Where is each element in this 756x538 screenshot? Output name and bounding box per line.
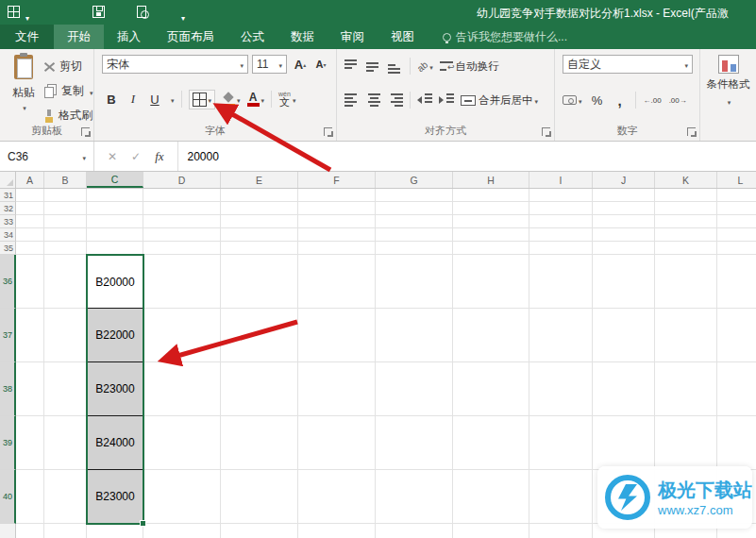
cell-L36[interactable] <box>717 255 756 309</box>
accounting-format-button[interactable] <box>563 91 582 109</box>
decrease-font-size-button[interactable]: A <box>313 55 328 74</box>
cell-K31[interactable] <box>655 189 717 202</box>
cell-G33[interactable] <box>376 215 453 228</box>
italic-button[interactable]: I <box>126 90 141 109</box>
cell-I40[interactable] <box>529 470 593 524</box>
cell-H32[interactable] <box>453 202 529 215</box>
cell-F32[interactable] <box>298 202 376 215</box>
cell-J34[interactable] <box>593 228 655 242</box>
cell-G38[interactable] <box>376 362 453 416</box>
cell-I36[interactable] <box>529 255 593 309</box>
cell-F39[interactable] <box>298 416 376 470</box>
print-preview-icon[interactable] <box>137 6 146 18</box>
cell-F40[interactable] <box>298 470 376 524</box>
cell-G36[interactable] <box>376 255 453 309</box>
cell-D35[interactable] <box>143 242 221 255</box>
cell-F33[interactable] <box>298 215 376 228</box>
cell-C37[interactable]: B22000 <box>87 309 143 362</box>
column-header-H[interactable]: H <box>453 172 529 188</box>
column-header-K[interactable]: K <box>655 172 717 188</box>
cell-K32[interactable] <box>655 202 717 215</box>
cell-K38[interactable] <box>655 362 717 416</box>
column-header-C[interactable]: C <box>87 172 143 188</box>
save-icon[interactable] <box>92 6 105 18</box>
insert-function-button[interactable]: fx <box>155 149 163 164</box>
cell-A33[interactable] <box>16 215 44 228</box>
cell-I33[interactable] <box>529 215 593 228</box>
cell-G34[interactable] <box>376 228 453 242</box>
chevron-down-icon[interactable] <box>207 93 212 105</box>
column-header-I[interactable]: I <box>529 172 593 188</box>
cell-F36[interactable] <box>298 255 376 309</box>
cell-E41[interactable] <box>221 524 298 538</box>
cell-E38[interactable] <box>221 362 298 416</box>
row-header-31[interactable]: 31 <box>0 189 16 202</box>
column-header-L[interactable]: L <box>717 172 756 188</box>
phonetic-guide-button[interactable]: wén 文 <box>278 90 295 109</box>
cell-F31[interactable] <box>298 189 376 202</box>
cell-G32[interactable] <box>376 202 453 215</box>
cell-E32[interactable] <box>221 202 298 215</box>
number-dialog-launcher[interactable] <box>687 127 696 136</box>
cell-J39[interactable] <box>593 416 655 470</box>
cell-B39[interactable] <box>44 416 87 470</box>
cell-H40[interactable] <box>453 470 529 524</box>
tell-me-box[interactable]: 告诉我您想要做什么... <box>443 25 567 49</box>
increase-decimal-button[interactable] <box>644 91 662 109</box>
decrease-indent-button[interactable] <box>417 93 432 107</box>
comma-style-button[interactable]: , <box>613 91 628 109</box>
cell-E35[interactable] <box>221 242 298 255</box>
cell-J38[interactable] <box>593 362 655 416</box>
chevron-down-icon[interactable] <box>80 151 86 162</box>
cell-J35[interactable] <box>593 242 655 255</box>
cell-I31[interactable] <box>529 189 593 202</box>
cell-B36[interactable] <box>44 255 87 309</box>
cell-J36[interactable] <box>593 255 655 309</box>
wrap-text-button[interactable]: 自动换行 <box>440 57 499 76</box>
align-right-button[interactable] <box>388 93 403 107</box>
cell-K36[interactable] <box>655 255 717 309</box>
cell-E40[interactable] <box>221 470 298 524</box>
cell-C39[interactable]: B24000 <box>87 416 143 470</box>
cell-C38[interactable]: B23000 <box>87 362 143 416</box>
row-header-32[interactable]: 32 <box>0 202 16 215</box>
cell-H31[interactable] <box>453 189 529 202</box>
chevron-down-icon[interactable] <box>169 93 175 105</box>
cell-B40[interactable] <box>44 470 87 524</box>
tab-insert[interactable]: 插入 <box>104 25 154 49</box>
top-align-button[interactable] <box>344 59 360 74</box>
row-header-35[interactable]: 35 <box>0 242 16 255</box>
row-header-40[interactable]: 40 <box>0 470 16 524</box>
cell-B32[interactable] <box>44 202 87 215</box>
cell-H37[interactable] <box>453 309 529 362</box>
font-dialog-launcher[interactable] <box>324 127 332 136</box>
cell-D41[interactable] <box>143 524 221 538</box>
cell-A40[interactable] <box>16 470 44 524</box>
cell-C33[interactable] <box>87 215 143 228</box>
cell-B37[interactable] <box>44 309 87 362</box>
cell-H35[interactable] <box>453 242 529 255</box>
tab-formulas[interactable]: 公式 <box>227 25 277 49</box>
cell-D31[interactable] <box>143 189 221 202</box>
copy-button[interactable]: 复制 <box>43 83 93 99</box>
cell-E36[interactable] <box>221 255 298 309</box>
excel-app-icon[interactable] <box>8 6 20 18</box>
cell-I32[interactable] <box>529 202 593 215</box>
cell-F37[interactable] <box>298 309 376 362</box>
cell-L31[interactable] <box>717 189 756 202</box>
cell-H36[interactable] <box>453 255 529 309</box>
increase-font-size-button[interactable]: A <box>293 55 308 74</box>
percent-style-button[interactable]: % <box>590 91 605 109</box>
cell-G40[interactable] <box>376 470 453 524</box>
cell-D32[interactable] <box>143 202 221 215</box>
column-header-B[interactable]: B <box>44 172 87 188</box>
cell-G35[interactable] <box>376 242 453 255</box>
cell-L34[interactable] <box>717 228 756 242</box>
cell-B31[interactable] <box>44 189 87 202</box>
cell-H38[interactable] <box>453 362 529 416</box>
cell-A37[interactable] <box>16 309 44 362</box>
cell-E37[interactable] <box>221 309 298 362</box>
merge-center-button[interactable]: 合并后居中 <box>461 91 538 109</box>
row-header-37[interactable]: 37 <box>0 309 16 362</box>
cell-I38[interactable] <box>529 362 593 416</box>
